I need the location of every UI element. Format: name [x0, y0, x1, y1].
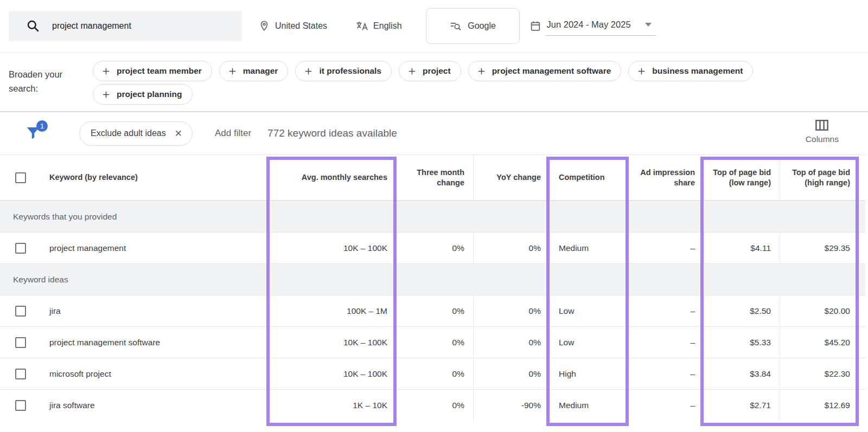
header-three-month-change[interactable]: Three month change — [396, 155, 473, 200]
broaden-search-section: Broaden your search: project team member… — [0, 53, 868, 112]
cell-top-bid-low: $3.84 — [704, 358, 780, 389]
cell-avg-monthly-searches: 10K – 100K — [270, 327, 396, 358]
language-label: English — [373, 21, 401, 31]
table-header-row: Keyword (by relevance) Avg. monthly sear… — [0, 154, 865, 201]
plus-icon — [637, 67, 646, 76]
network-selector[interactable]: Google — [426, 8, 520, 44]
cell-three-month-change: 0% — [396, 358, 473, 389]
cell-keyword: project management software — [41, 327, 270, 358]
keyword-search-input[interactable]: project management — [9, 11, 242, 41]
header-competition[interactable]: Competition — [550, 155, 626, 200]
broaden-chip[interactable]: project — [399, 61, 461, 81]
network-label: Google — [468, 21, 496, 31]
active-filter-chip[interactable]: Exclude adult ideas ✕ — [79, 121, 193, 146]
filter-count-badge: 1 — [36, 120, 48, 132]
row-checkbox-cell — [0, 358, 41, 389]
cell-keyword: jira software — [41, 390, 270, 421]
cell-competition: Medium — [550, 233, 626, 263]
row-checkbox-cell — [0, 327, 41, 358]
broaden-chip-label: project team member — [117, 66, 202, 76]
broaden-chip-label: project — [423, 66, 451, 76]
cell-competition: High — [550, 358, 626, 389]
cell-yoy-change: 0% — [473, 358, 550, 389]
columns-button[interactable]: Columns — [806, 117, 839, 144]
row-checkbox[interactable] — [15, 369, 26, 379]
language-selector[interactable]: English — [355, 20, 401, 33]
header-stub-cell — [859, 155, 865, 200]
plus-icon — [101, 67, 111, 76]
header-top-bid-low[interactable]: Top of page bid (low range) — [704, 155, 780, 200]
keyword-table: Keyword (by relevance) Avg. monthly sear… — [0, 154, 865, 421]
row-checkbox[interactable] — [15, 400, 26, 411]
cell-competition: Medium — [550, 390, 626, 421]
cell-ad-impression-share: – — [626, 390, 704, 421]
row-checkbox-cell — [0, 233, 41, 263]
broaden-chip-label: project management software — [492, 66, 611, 76]
cell-top-bid-high: $20.00 — [780, 295, 859, 326]
table-section-row: Keyword ideas — [0, 263, 865, 295]
search-network-icon — [449, 20, 462, 33]
plus-icon — [477, 67, 486, 76]
header-yoy-change[interactable]: YoY change — [473, 155, 550, 200]
broaden-chip-label: project planning — [117, 89, 182, 99]
cell-yoy-change: 0% — [473, 295, 550, 326]
broaden-chip[interactable]: project planning — [93, 84, 193, 105]
cell-avg-monthly-searches: 10K – 100K — [270, 358, 396, 389]
select-all-checkbox[interactable] — [15, 172, 26, 183]
broaden-chip[interactable]: project team member — [93, 61, 212, 81]
table-row: project management10K – 100K0%0%Medium–$… — [0, 232, 865, 263]
results-count: 772 keyword ideas available — [267, 127, 397, 139]
cell-top-bid-low: $5.33 — [704, 327, 780, 358]
cell-top-bid-low: $2.71 — [704, 390, 780, 421]
cell-ad-impression-share: – — [626, 327, 704, 358]
columns-icon — [814, 117, 830, 133]
plus-icon — [407, 67, 417, 76]
plus-icon — [101, 90, 111, 99]
cell-avg-monthly-searches: 1K – 10K — [270, 390, 396, 421]
row-checkbox[interactable] — [15, 337, 26, 348]
table-row: jira100K – 1M0%0%Low–$2.50$20.00 — [0, 295, 865, 326]
header-top-bid-high[interactable]: Top of page bid (high range) — [780, 155, 859, 200]
date-range-label: Jun 2024 - May 2025 — [547, 20, 631, 30]
location-label: United States — [275, 21, 327, 31]
table-row: project management software10K – 100K0%0… — [0, 326, 865, 358]
cell-stub — [859, 233, 865, 263]
header-ad-impression-share[interactable]: Ad impression share — [626, 155, 704, 200]
cell-keyword: project management — [41, 233, 270, 263]
cell-top-bid-high: $29.35 — [780, 233, 859, 263]
broaden-chip[interactable]: project management software — [468, 61, 622, 81]
cell-top-bid-low: $2.50 — [704, 295, 780, 326]
row-checkbox[interactable] — [15, 243, 26, 254]
cell-yoy-change: 0% — [473, 233, 550, 263]
remove-filter-icon[interactable]: ✕ — [175, 129, 182, 138]
table-section-label: Keyword ideas — [0, 264, 865, 295]
broaden-search-label: Broaden your search: — [9, 53, 82, 111]
header-avg-monthly-searches[interactable]: Avg. monthly searches — [270, 155, 396, 200]
filter-bar: 1 Exclude adult ideas ✕ Add filter 772 k… — [0, 112, 868, 154]
location-selector[interactable]: United States — [258, 20, 327, 32]
search-value: project management — [52, 21, 131, 31]
cell-competition: Low — [550, 295, 626, 326]
broaden-chip[interactable]: manager — [219, 61, 289, 81]
keyword-planner-page: project management United States English… — [0, 0, 868, 432]
cell-yoy-change: -90% — [473, 390, 550, 421]
broaden-chip[interactable]: business management — [628, 61, 753, 81]
broaden-chip-label: business management — [652, 66, 743, 76]
broaden-chip[interactable]: it professionals — [295, 61, 392, 81]
date-range-selector[interactable]: Jun 2024 - May 2025 — [529, 16, 656, 36]
cell-stub — [859, 327, 865, 358]
cell-ad-impression-share: – — [626, 358, 704, 389]
cell-top-bid-low: $4.11 — [704, 233, 780, 263]
active-filter-label: Exclude adult ideas — [91, 128, 166, 138]
row-checkbox-cell — [0, 390, 41, 421]
table-body: Keywords that you providedproject manage… — [0, 201, 865, 421]
add-filter-button[interactable]: Add filter — [215, 128, 251, 139]
cell-three-month-change: 0% — [396, 327, 473, 358]
filter-button[interactable]: 1 — [25, 124, 41, 143]
cell-three-month-change: 0% — [396, 295, 473, 326]
chevron-down-icon — [645, 23, 652, 27]
header-keyword[interactable]: Keyword (by relevance) — [41, 155, 270, 200]
row-checkbox[interactable] — [15, 306, 26, 317]
cell-keyword: jira — [41, 295, 270, 326]
cell-competition: Low — [550, 327, 626, 358]
